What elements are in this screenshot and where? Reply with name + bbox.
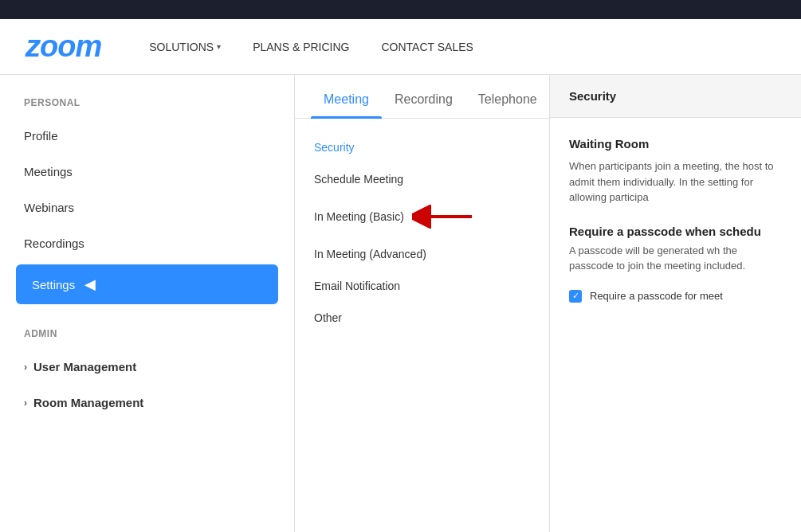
content-panel: Meeting Recording Telephone Security Sch… — [295, 75, 550, 532]
subnav-in-meeting-advanced[interactable]: In Meeting (Advanced) — [295, 238, 549, 270]
header: zoom SOLUTIONS ▾ PLANS & PRICING CONTACT… — [0, 19, 801, 75]
subnav-security[interactable]: Security — [295, 131, 549, 163]
left-arrow-icon: ◀ — [84, 276, 96, 293]
subnav-email-notification[interactable]: Email Notification — [295, 270, 549, 302]
subnav-in-meeting-basic[interactable]: In Meeting (Basic) — [295, 195, 549, 238]
sub-nav: Security Schedule Meeting In Meeting (Ba… — [295, 119, 549, 346]
passcode-checkbox-label: Require a passcode for meet — [590, 290, 723, 302]
passcode-section: Require a passcode when schedu A passcod… — [569, 225, 782, 303]
chevron-right-icon: › — [24, 397, 27, 409]
waiting-room-description: When participants join a meeting, the ho… — [569, 158, 782, 205]
waiting-room-section: Waiting Room When participants join a me… — [569, 137, 782, 205]
sidebar-item-recordings[interactable]: Recordings — [0, 225, 294, 261]
logo[interactable]: zoom — [26, 29, 101, 64]
right-panel: Security Waiting Room When participants … — [550, 75, 801, 532]
tab-meeting[interactable]: Meeting — [311, 75, 382, 118]
nav-solutions[interactable]: SOLUTIONS ▾ — [149, 41, 221, 53]
sidebar-item-settings[interactable]: Settings ◀ — [16, 264, 278, 304]
right-panel-content: Waiting Room When participants join a me… — [550, 118, 801, 341]
main-layout: PERSONAL Profile Meetings Webinars Recor… — [0, 75, 801, 532]
sidebar-item-user-management[interactable]: › User Management — [0, 349, 294, 385]
right-panel-header: Security — [550, 75, 801, 118]
admin-section: ADMIN › User Management › Room Managemen… — [0, 328, 294, 421]
tab-telephone[interactable]: Telephone — [465, 75, 550, 118]
tabs: Meeting Recording Telephone — [295, 75, 549, 119]
right-panel-header-title: Security — [569, 89, 782, 103]
waiting-room-title: Waiting Room — [569, 137, 782, 151]
subnav-schedule-meeting[interactable]: Schedule Meeting — [295, 163, 549, 195]
sidebar-item-room-management[interactable]: › Room Management — [0, 385, 294, 421]
passcode-description: A passcode will be generated wh the pass… — [569, 243, 782, 274]
nav-contact-sales[interactable]: CONTACT SALES — [382, 41, 473, 53]
passcode-title: Require a passcode when schedu — [569, 225, 782, 238]
tab-recording[interactable]: Recording — [382, 75, 465, 118]
sidebar: PERSONAL Profile Meetings Webinars Recor… — [0, 75, 295, 532]
nav-plans-pricing[interactable]: PLANS & PRICING — [253, 41, 349, 53]
chevron-down-icon: ▾ — [217, 42, 221, 51]
sidebar-item-meetings[interactable]: Meetings — [0, 154, 294, 190]
admin-section-label: ADMIN — [0, 328, 294, 349]
chevron-right-icon: › — [24, 362, 27, 373]
top-bar — [0, 0, 801, 19]
red-arrow-icon — [412, 205, 476, 229]
content-area: Meeting Recording Telephone Security Sch… — [295, 75, 801, 532]
personal-section-label: PERSONAL — [0, 97, 294, 118]
sidebar-item-profile[interactable]: Profile — [0, 118, 294, 154]
passcode-checkbox[interactable] — [569, 290, 582, 303]
subnav-other[interactable]: Other — [295, 302, 549, 334]
sidebar-item-webinars[interactable]: Webinars — [0, 190, 294, 225]
passcode-checkbox-row: Require a passcode for meet — [569, 290, 782, 303]
